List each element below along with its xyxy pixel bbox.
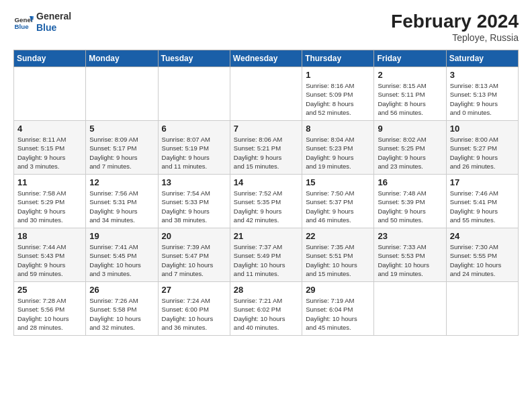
calendar-week-row: 4Sunrise: 8:11 AM Sunset: 5:15 PM Daylig… xyxy=(14,121,519,175)
month-year-title: February 2024 xyxy=(391,11,519,32)
day-info: Sunrise: 8:06 AM Sunset: 5:21 PM Dayligh… xyxy=(234,135,298,171)
day-number: 4 xyxy=(17,124,82,134)
table-row: 11Sunrise: 7:58 AM Sunset: 5:29 PM Dayli… xyxy=(14,175,86,228)
day-number: 19 xyxy=(89,231,154,241)
calendar-week-row: 1Sunrise: 8:16 AM Sunset: 5:09 PM Daylig… xyxy=(14,67,519,121)
day-number: 3 xyxy=(450,70,515,80)
calendar-table: Sunday Monday Tuesday Wednesday Thursday… xyxy=(13,50,519,336)
day-number: 25 xyxy=(17,285,82,295)
day-info: Sunrise: 7:46 AM Sunset: 5:41 PM Dayligh… xyxy=(450,189,515,224)
header-saturday: Saturday xyxy=(446,50,518,67)
day-info: Sunrise: 7:48 AM Sunset: 5:39 PM Dayligh… xyxy=(378,189,442,224)
table-row: 24Sunrise: 7:30 AM Sunset: 5:55 PM Dayli… xyxy=(446,228,518,282)
calendar-week-row: 11Sunrise: 7:58 AM Sunset: 5:29 PM Dayli… xyxy=(14,175,519,228)
table-row xyxy=(374,282,446,336)
day-number: 29 xyxy=(306,285,370,295)
day-number: 10 xyxy=(450,124,515,134)
day-info: Sunrise: 7:26 AM Sunset: 5:58 PM Dayligh… xyxy=(89,296,154,332)
day-number: 15 xyxy=(306,177,370,187)
day-info: Sunrise: 7:19 AM Sunset: 6:04 PM Dayligh… xyxy=(306,296,370,332)
header-thursday: Thursday xyxy=(302,50,374,67)
day-number: 16 xyxy=(378,177,442,187)
day-info: Sunrise: 8:16 AM Sunset: 5:09 PM Dayligh… xyxy=(306,81,370,117)
day-number: 17 xyxy=(450,177,515,187)
day-number: 27 xyxy=(162,285,226,295)
calendar-container: General Blue General Blue February 2024 … xyxy=(0,0,532,342)
table-row: 14Sunrise: 7:52 AM Sunset: 5:35 PM Dayli… xyxy=(230,175,302,228)
table-row: 25Sunrise: 7:28 AM Sunset: 5:56 PM Dayli… xyxy=(14,282,86,336)
table-row: 4Sunrise: 8:11 AM Sunset: 5:15 PM Daylig… xyxy=(14,121,86,175)
day-info: Sunrise: 8:13 AM Sunset: 5:13 PM Dayligh… xyxy=(450,81,515,117)
day-info: Sunrise: 7:56 AM Sunset: 5:31 PM Dayligh… xyxy=(89,189,154,224)
day-info: Sunrise: 7:35 AM Sunset: 5:51 PM Dayligh… xyxy=(306,242,370,278)
logo-text: General Blue xyxy=(36,11,71,34)
header-monday: Monday xyxy=(86,50,158,67)
day-number: 21 xyxy=(234,231,298,241)
day-number: 24 xyxy=(450,231,515,241)
day-number: 22 xyxy=(306,231,370,241)
table-row: 3Sunrise: 8:13 AM Sunset: 5:13 PM Daylig… xyxy=(446,67,518,121)
table-row xyxy=(86,67,158,121)
table-row: 20Sunrise: 7:39 AM Sunset: 5:47 PM Dayli… xyxy=(158,228,230,282)
table-row: 16Sunrise: 7:48 AM Sunset: 5:39 PM Dayli… xyxy=(374,175,446,228)
table-row xyxy=(14,67,86,121)
table-row: 6Sunrise: 8:07 AM Sunset: 5:19 PM Daylig… xyxy=(158,121,230,175)
day-number: 20 xyxy=(162,231,226,241)
header-friday: Friday xyxy=(374,50,446,67)
table-row: 27Sunrise: 7:24 AM Sunset: 6:00 PM Dayli… xyxy=(158,282,230,336)
day-info: Sunrise: 7:37 AM Sunset: 5:49 PM Dayligh… xyxy=(234,242,298,278)
table-row: 21Sunrise: 7:37 AM Sunset: 5:49 PM Dayli… xyxy=(230,228,302,282)
table-row: 7Sunrise: 8:06 AM Sunset: 5:21 PM Daylig… xyxy=(230,121,302,175)
day-info: Sunrise: 7:50 AM Sunset: 5:37 PM Dayligh… xyxy=(306,189,370,224)
day-info: Sunrise: 7:24 AM Sunset: 6:00 PM Dayligh… xyxy=(162,296,226,332)
table-row: 19Sunrise: 7:41 AM Sunset: 5:45 PM Dayli… xyxy=(86,228,158,282)
logo: General Blue General Blue xyxy=(13,11,71,34)
header-sunday: Sunday xyxy=(14,50,86,67)
day-number: 12 xyxy=(89,177,154,187)
header-wednesday: Wednesday xyxy=(230,50,302,67)
day-info: Sunrise: 7:30 AM Sunset: 5:55 PM Dayligh… xyxy=(450,242,515,278)
day-info: Sunrise: 8:07 AM Sunset: 5:19 PM Dayligh… xyxy=(162,135,226,171)
day-info: Sunrise: 8:04 AM Sunset: 5:23 PM Dayligh… xyxy=(306,135,370,171)
table-row: 10Sunrise: 8:00 AM Sunset: 5:27 PM Dayli… xyxy=(446,121,518,175)
table-row: 2Sunrise: 8:15 AM Sunset: 5:11 PM Daylig… xyxy=(374,67,446,121)
day-info: Sunrise: 8:11 AM Sunset: 5:15 PM Dayligh… xyxy=(17,135,82,171)
table-row: 13Sunrise: 7:54 AM Sunset: 5:33 PM Dayli… xyxy=(158,175,230,228)
svg-text:Blue: Blue xyxy=(15,23,30,30)
day-info: Sunrise: 7:58 AM Sunset: 5:29 PM Dayligh… xyxy=(17,189,82,224)
day-info: Sunrise: 7:28 AM Sunset: 5:56 PM Dayligh… xyxy=(17,296,82,332)
day-info: Sunrise: 7:39 AM Sunset: 5:47 PM Dayligh… xyxy=(162,242,226,278)
day-info: Sunrise: 7:21 AM Sunset: 6:02 PM Dayligh… xyxy=(234,296,298,332)
day-info: Sunrise: 8:09 AM Sunset: 5:17 PM Dayligh… xyxy=(89,135,154,171)
title-block: February 2024 Teploye, Russia xyxy=(391,11,519,43)
logo-blue: Blue xyxy=(36,22,71,34)
day-number: 8 xyxy=(306,124,370,134)
day-info: Sunrise: 8:02 AM Sunset: 5:25 PM Dayligh… xyxy=(378,135,442,171)
day-number: 23 xyxy=(378,231,442,241)
table-row xyxy=(158,67,230,121)
table-row: 23Sunrise: 7:33 AM Sunset: 5:53 PM Dayli… xyxy=(374,228,446,282)
day-info: Sunrise: 8:15 AM Sunset: 5:11 PM Dayligh… xyxy=(378,81,442,117)
day-number: 9 xyxy=(378,124,442,134)
table-row: 18Sunrise: 7:44 AM Sunset: 5:43 PM Dayli… xyxy=(14,228,86,282)
table-row: 29Sunrise: 7:19 AM Sunset: 6:04 PM Dayli… xyxy=(302,282,374,336)
location-subtitle: Teploye, Russia xyxy=(391,32,519,43)
day-info: Sunrise: 7:41 AM Sunset: 5:45 PM Dayligh… xyxy=(89,242,154,278)
day-number: 5 xyxy=(89,124,154,134)
day-number: 14 xyxy=(234,177,298,187)
table-row xyxy=(446,282,518,336)
logo-general: General xyxy=(36,11,71,22)
table-row: 15Sunrise: 7:50 AM Sunset: 5:37 PM Dayli… xyxy=(302,175,374,228)
table-row: 1Sunrise: 8:16 AM Sunset: 5:09 PM Daylig… xyxy=(302,67,374,121)
day-number: 26 xyxy=(89,285,154,295)
table-row: 5Sunrise: 8:09 AM Sunset: 5:17 PM Daylig… xyxy=(86,121,158,175)
table-row xyxy=(230,67,302,121)
table-row: 26Sunrise: 7:26 AM Sunset: 5:58 PM Dayli… xyxy=(86,282,158,336)
logo-icon: General Blue xyxy=(13,12,34,32)
day-info: Sunrise: 7:44 AM Sunset: 5:43 PM Dayligh… xyxy=(17,242,82,278)
calendar-week-row: 18Sunrise: 7:44 AM Sunset: 5:43 PM Dayli… xyxy=(14,228,519,282)
day-number: 6 xyxy=(162,124,226,134)
day-info: Sunrise: 8:00 AM Sunset: 5:27 PM Dayligh… xyxy=(450,135,515,171)
day-number: 11 xyxy=(17,177,82,187)
day-number: 2 xyxy=(378,70,442,80)
